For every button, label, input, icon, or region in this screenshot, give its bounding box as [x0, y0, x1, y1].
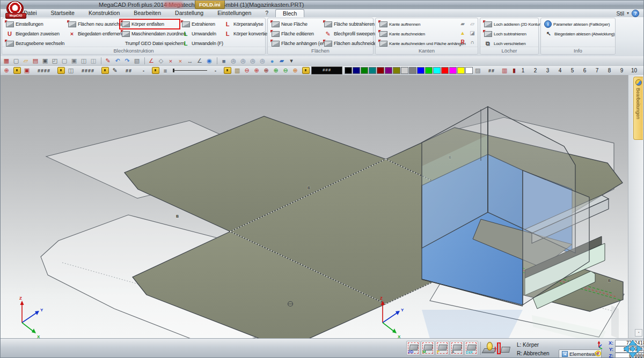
ribbon-item-flaeche-subtrahieren[interactable]: Fläche subtrahieren — [322, 19, 372, 29]
color-swatch-2[interactable] — [353, 67, 360, 74]
zoom-out-icon[interactable]: ⊖ — [243, 66, 251, 74]
page-setup-icon[interactable]: ▢ — [60, 57, 69, 65]
redo-icon[interactable]: ↷ — [123, 57, 131, 65]
more-dropdown-icon[interactable]: ▾ — [287, 57, 296, 65]
grid-icon[interactable]: ▦ — [2, 57, 11, 65]
color-swatch-1[interactable] — [345, 67, 352, 74]
chevron-down-icon[interactable]: ▾ — [627, 11, 629, 16]
panel-icon[interactable]: ▰ — [277, 57, 286, 65]
ribbon-item-loch-addieren-2d-kontur[interactable]: Loch addieren (2D Kontur) — [482, 19, 538, 29]
ribbon-item-kante-auftrennen[interactable]: Kante auftrennen — [377, 19, 457, 29]
origin-target-icon[interactable]: + — [595, 350, 601, 356]
line-style-slider[interactable] — [173, 70, 207, 71]
ribbon-item-biegedaten-ablesen-abwicklung[interactable]: ↖Biegedaten ablesen (Abwicklung) — [543, 29, 614, 39]
kante-cone-icon[interactable]: ▲ — [458, 28, 467, 38]
kante-tool-2-icon[interactable]: ▱ — [467, 19, 477, 28]
color-swatch-14[interactable] — [449, 67, 457, 74]
axes-icon[interactable]: ∠ — [147, 57, 156, 65]
kante-tool-1-icon[interactable]: ▰ — [458, 19, 467, 28]
layer-number-3[interactable]: 3 — [545, 68, 551, 73]
ribbon-item-koerper-entfalten[interactable]: Körper entfalten — [120, 19, 180, 29]
sphere-icon[interactable]: ● — [268, 57, 276, 65]
ribbon-item-extrahieren[interactable]: Extrahieren — [180, 19, 222, 29]
color-swatch-3[interactable] — [361, 67, 368, 74]
color-swatch-5[interactable] — [377, 67, 384, 74]
lock-icon[interactable] — [13, 67, 21, 74]
layer-number-2[interactable]: 2 — [532, 68, 538, 73]
ribbon-item-loch-subtrahieren[interactable]: Loch subtrahieren — [482, 29, 538, 39]
layer-number-4[interactable]: 4 — [557, 68, 563, 73]
ribbon-item-maschinendaten-zuordnen[interactable]: Maschinendaten zuordnen — [120, 29, 180, 39]
layer-number-9[interactable]: 9 — [619, 68, 625, 73]
delete-multi-icon[interactable]: × — [176, 57, 185, 65]
menu-item-blech[interactable]: Blech — [275, 9, 304, 17]
zoom-dynamic-icon[interactable]: ⊕ — [291, 66, 299, 74]
ribbon-item-kante-aufschneiden[interactable]: Kante aufschneiden — [377, 29, 457, 39]
ribbon-item-einstellungen[interactable]: Einstellungen — [4, 19, 66, 29]
cylinder-icon-4[interactable]: ◎ — [258, 57, 267, 65]
layer-number-6[interactable]: 6 — [582, 68, 588, 73]
doc-gear-icon[interactable]: ◫ — [79, 57, 88, 65]
solid-box-icon[interactable]: ■ — [219, 57, 228, 65]
pattern-icon[interactable]: ▨ — [473, 66, 482, 74]
kante-radius-icon[interactable]: R — [458, 38, 467, 47]
print-preview-icon[interactable]: ◰ — [50, 57, 59, 65]
ribbon-item-umwandeln[interactable]: LUmwandeln — [180, 29, 222, 39]
ribbon-item-neue-flaeche[interactable]: Neue Fläche — [269, 19, 322, 29]
lock-icon[interactable] — [152, 67, 159, 74]
color-swatch-11[interactable] — [425, 67, 433, 74]
color-swatch-15[interactable] — [457, 67, 465, 74]
cylinder-icon-1[interactable]: ◎ — [229, 57, 238, 65]
zoom-in-icon[interactable]: ⊕ — [252, 66, 261, 74]
scrollbar-corner[interactable]: ▪ — [635, 329, 642, 337]
undo-icon[interactable]: ↶ — [113, 57, 122, 65]
ribbon-item-biegedaten-entfernen[interactable]: ×Biegedaten entfernen — [66, 29, 120, 39]
color-swatch-16[interactable] — [465, 67, 473, 74]
color-bars-icon[interactable]: ▥ — [233, 66, 241, 74]
snap-target-icon[interactable]: ⊕ — [2, 66, 11, 74]
kante-cut-icon[interactable]: ◪ — [467, 28, 477, 38]
menu-item-startseite[interactable]: Startseite — [44, 9, 82, 17]
file-tab-fold-ini[interactable]: FOLD.ini — [195, 1, 225, 9]
pencil-icon[interactable]: ✎ — [111, 66, 119, 74]
pan-arrows[interactable] — [622, 340, 643, 358]
menu-item-bearbeiten[interactable]: Bearbeiten — [127, 9, 168, 17]
lock-icon[interactable] — [302, 67, 310, 74]
lock-icon[interactable] — [224, 67, 231, 74]
zoom-minus-icon[interactable]: ⊖ — [281, 66, 290, 74]
current-color-swatch[interactable]: ### — [311, 66, 342, 74]
color-swatch-9[interactable] — [409, 67, 416, 74]
menu-item-konstruktion[interactable]: Konstruktion — [82, 9, 127, 17]
color-swatch-7[interactable] — [393, 67, 400, 74]
axis-mini-icon[interactable] — [595, 341, 603, 352]
bars-icon[interactable]: ▮ — [510, 66, 518, 74]
color-swatch-8[interactable] — [401, 67, 408, 74]
cylinder-icon-2[interactable]: ◎ — [239, 57, 247, 65]
menu-item-darstellung[interactable]: Darstellung — [168, 9, 210, 17]
stamp-icon[interactable]: ▧ — [133, 57, 141, 65]
ribbon-item-flaechen-neu-ausrichten[interactable]: Flächen neu ausrichten — [66, 19, 120, 29]
menu-item-einstellungen[interactable]: Einstellungen — [210, 9, 258, 17]
color-swatch-4[interactable] — [369, 67, 376, 74]
save-icon[interactable]: ▤ — [31, 57, 40, 65]
globe-icon[interactable]: ◉ — [205, 57, 214, 65]
color-swatch-12[interactable] — [433, 67, 441, 74]
unfold-a-button[interactable]: A — [450, 341, 464, 355]
lock-icon[interactable] — [57, 67, 65, 74]
color-swatch-13[interactable] — [441, 67, 449, 74]
layer-number-8[interactable]: 8 — [606, 68, 612, 73]
layer-doc-icon[interactable]: ◫ — [67, 66, 75, 74]
ribbon-item-parameter-ablesen-faltkoerper[interactable]: iParameter ablesen (Faltkörper) — [543, 19, 614, 29]
ribbon-item-flaeche-editieren[interactable]: Fläche editieren — [269, 29, 322, 39]
tab-bearbeitungen[interactable]: Bearbeitungen — [633, 77, 643, 140]
layer-number-1[interactable]: 1 — [520, 68, 526, 73]
unfold-m-button[interactable]: M — [421, 341, 435, 355]
cylinder-icon-3[interactable]: ◎ — [248, 57, 257, 65]
page-settings-icon[interactable]: ▣ — [70, 57, 78, 65]
new-file-icon[interactable]: ▢ — [12, 57, 20, 65]
layer-number-7[interactable]: 7 — [594, 68, 600, 73]
line-width-icon[interactable]: ≡ — [161, 66, 170, 74]
style-menu[interactable]: Stil — [616, 10, 624, 17]
unfold-2d-button[interactable]: 2D — [406, 341, 420, 355]
layer-number-5[interactable]: 5 — [569, 68, 575, 73]
